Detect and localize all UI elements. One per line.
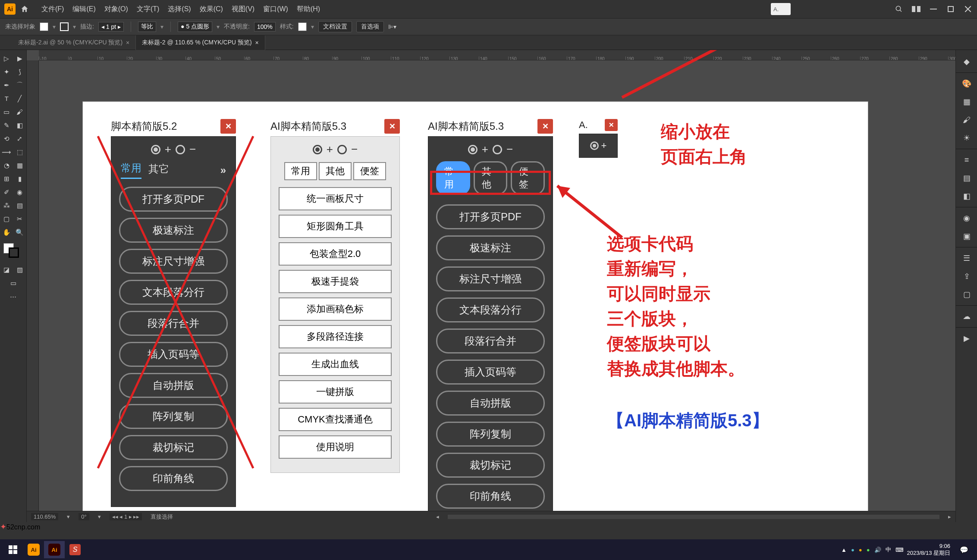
panel53l-close[interactable]: ✕ — [384, 119, 400, 134]
panel-properties-icon[interactable]: ◆ — [956, 53, 977, 71]
panel52-btn-6[interactable]: 自动拼版 — [119, 373, 228, 398]
menu-type[interactable]: 文字(T) — [132, 5, 163, 14]
tab-doc1[interactable]: 未标题-2.ai @ 50 % (CMYK/CPU 预览) × — [12, 35, 136, 50]
menu-help[interactable]: 帮助(H) — [292, 5, 324, 14]
panel-graphic-styles-icon[interactable]: ▣ — [956, 227, 977, 245]
tool-pen[interactable]: ✒ — [0, 78, 13, 92]
panel-brushes-icon[interactable]: 🖌 — [956, 111, 977, 129]
panel52-btn-4[interactable]: 段落行合并 — [119, 311, 228, 336]
radio-icon[interactable] — [337, 145, 347, 154]
menu-object[interactable]: 对象(O) — [100, 5, 132, 14]
color-mode[interactable]: ◪ — [0, 263, 13, 276]
tray-icon[interactable]: ● — [851, 547, 854, 553]
panel52-btn-9[interactable]: 印前角线 — [119, 466, 228, 491]
panel53d-btn-7[interactable]: 阵列复制 — [436, 422, 545, 447]
radio-checked-icon[interactable] — [468, 145, 478, 154]
tab-doc2[interactable]: 未标题-2 @ 110.65 % (CMYK/CPU 预览) × — [136, 35, 265, 50]
panel-gradient-icon[interactable]: ▤ — [956, 169, 977, 187]
tool-magic-wand[interactable]: ✦ — [0, 65, 13, 78]
tool-blend[interactable]: ◉ — [13, 185, 27, 199]
panel53l-btn-9[interactable]: 使用说明 — [279, 435, 392, 459]
arrange-icon[interactable] — [911, 4, 921, 14]
close-icon[interactable] — [963, 4, 973, 14]
style-swatch[interactable] — [298, 22, 307, 31]
menu-effect[interactable]: 效果(C) — [195, 5, 227, 14]
tool-graph[interactable]: ▤ — [13, 199, 27, 212]
menu-select[interactable]: 选择(S) — [163, 5, 195, 14]
workspace-search[interactable]: A. — [771, 3, 791, 15]
tool-lasso[interactable]: ⟆ — [13, 65, 27, 78]
panel52-btn-3[interactable]: 文本段落分行 — [119, 280, 228, 305]
panel53d-btn-9[interactable]: 印前角线 — [436, 484, 545, 509]
menu-edit[interactable]: 编辑(E) — [68, 5, 100, 14]
panel-symbols-icon[interactable]: ☀ — [956, 129, 977, 147]
panel53l-btn-5[interactable]: 多段路径连接 — [279, 325, 392, 348]
panel53d-btn-5[interactable]: 插入页码等 — [436, 360, 545, 385]
tool-free-transform[interactable]: ⬚ — [13, 145, 27, 159]
menu-window[interactable]: 窗口(W) — [259, 5, 292, 14]
tool-slice[interactable]: ✂ — [13, 212, 27, 225]
corner-field[interactable]: ● 5 点圆形 — [178, 22, 212, 32]
tool-direct-select[interactable]: ▶ — [13, 52, 27, 65]
panel52-tab-a[interactable]: 常用 — [121, 161, 141, 179]
tool-symbol-spray[interactable]: ⁂ — [0, 199, 13, 212]
panel53d-close[interactable]: ✕ — [537, 119, 553, 134]
rotate-field[interactable]: 0° — [79, 513, 89, 520]
tool-line[interactable]: ╱ — [13, 92, 27, 105]
panel53l-btn-1[interactable]: 矩形圆角工具 — [279, 215, 392, 238]
panel53d-btn-4[interactable]: 段落行合并 — [436, 328, 545, 354]
radio-icon[interactable] — [176, 145, 185, 154]
tool-rectangle[interactable]: ▭ — [0, 105, 13, 119]
tool-selection[interactable]: ▷ — [0, 52, 13, 65]
taskbar-ai-2[interactable]: Ai — [44, 541, 65, 558]
panel52-btn-8[interactable]: 裁切标记 — [119, 435, 228, 460]
panel52-expand[interactable]: » — [220, 164, 226, 176]
panel53d-btn-2[interactable]: 标注尺寸增强 — [436, 266, 545, 291]
menu-file[interactable]: 文件(F) — [37, 5, 68, 14]
panel52-btn-0[interactable]: 打开多页PDF — [119, 187, 228, 212]
panel53d-btn-8[interactable]: 裁切标记 — [436, 453, 545, 478]
tray-volume-icon[interactable]: 🔊 — [874, 547, 881, 553]
doc-setup-button[interactable]: 文档设置 — [318, 21, 352, 32]
tool-shaper[interactable]: ✎ — [0, 119, 13, 132]
screen-mode[interactable]: ▭ — [0, 276, 26, 290]
panel-swatches-icon[interactable]: ▦ — [956, 93, 977, 111]
tool-width[interactable]: ⟿ — [0, 145, 13, 159]
align-icon[interactable]: ⊫▾ — [388, 23, 396, 30]
tool-zoom[interactable]: 🔍 — [13, 225, 27, 239]
tray-keyboard-icon[interactable]: ⌨ — [895, 547, 904, 553]
tray-icon[interactable]: ● — [859, 547, 862, 553]
opacity-field[interactable]: 100% — [254, 22, 276, 31]
panel53l-btn-7[interactable]: 一键拼版 — [279, 380, 392, 404]
taskbar-notifications[interactable]: 💬 — [954, 541, 974, 558]
panel52-btn-1[interactable]: 极速标注 — [119, 218, 228, 243]
tool-hand[interactable]: ✋ — [0, 225, 13, 239]
panel52-btn-5[interactable]: 插入页码等 — [119, 342, 228, 367]
panel-layers-icon[interactable]: ☰ — [956, 249, 977, 267]
stroke-weight-field[interactable]: ◂ 1 pt ▸ — [98, 22, 124, 31]
panelmini-close[interactable]: ✕ — [605, 119, 618, 131]
panel53l-btn-2[interactable]: 包装盒型2.0 — [279, 242, 392, 266]
tool-artboard[interactable]: ▢ — [0, 212, 13, 225]
tool-rotate[interactable]: ⟲ — [0, 132, 13, 145]
panel52-tab-b[interactable]: 其它 — [148, 162, 169, 178]
tool-perspective[interactable]: ▦ — [13, 159, 27, 172]
panel-asset-export-icon[interactable]: ⇪ — [956, 267, 977, 285]
panel53l-btn-0[interactable]: 统一画板尺寸 — [279, 187, 392, 210]
panel53d-btn-3[interactable]: 文本段落分行 — [436, 297, 545, 322]
tool-eyedropper[interactable]: ✐ — [0, 185, 13, 199]
search-icon[interactable] — [894, 4, 904, 14]
panel52-btn-7[interactable]: 阵列复制 — [119, 404, 228, 429]
canvas-area[interactable]: -100102030405060708090100110120130140150… — [27, 50, 955, 522]
zoom-field[interactable]: 110.65% — [31, 513, 58, 520]
panel53d-btn-1[interactable]: 极速标注 — [436, 235, 545, 260]
home-icon[interactable] — [19, 3, 30, 15]
edit-toolbar[interactable]: ⋯ — [0, 290, 26, 303]
artboard-nav[interactable]: ◂◂ ◂ 1 ▸ ▸▸ — [110, 513, 142, 520]
panel-transparency-icon[interactable]: ◧ — [956, 187, 977, 205]
tool-scale[interactable]: ⤢ — [13, 132, 27, 145]
tool-type[interactable]: T — [0, 92, 13, 105]
tray-icon[interactable]: ▲ — [841, 547, 847, 553]
panel53d-btn-6[interactable]: 自动拼版 — [436, 391, 545, 416]
panel53d-btn-0[interactable]: 打开多页PDF — [436, 204, 545, 229]
